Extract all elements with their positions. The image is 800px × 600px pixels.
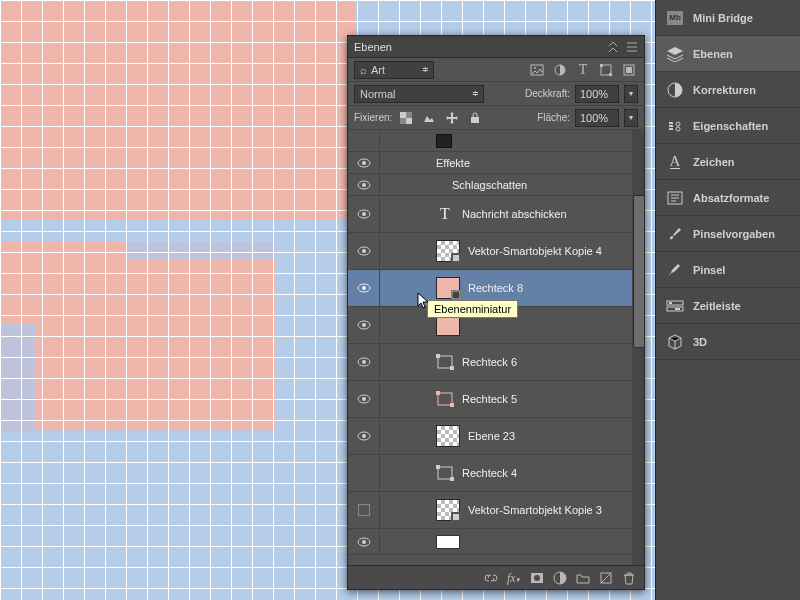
layer-fx-title[interactable]: Effekte — [348, 152, 644, 174]
visibility-icon[interactable] — [357, 357, 371, 367]
layer-row[interactable]: Vektor-Smartobjekt Kopie 4 — [348, 233, 644, 270]
svg-rect-9 — [400, 112, 406, 118]
blend-mode-select[interactable]: Normal≑ — [354, 85, 484, 103]
layer-row[interactable]: Rechteck 4 — [348, 455, 644, 492]
svg-rect-57 — [669, 302, 672, 304]
visibility-icon[interactable] — [357, 246, 371, 256]
new-layer-icon[interactable] — [599, 571, 613, 585]
visibility-icon[interactable] — [357, 537, 371, 547]
svg-rect-41 — [436, 465, 440, 469]
svg-point-15 — [362, 183, 366, 187]
lock-label: Fixieren: — [354, 112, 392, 123]
cursor-icon — [417, 292, 431, 310]
adjustments-icon — [666, 81, 684, 99]
layer-row[interactable]: Ebene 23 — [348, 418, 644, 455]
link-icon[interactable] — [484, 571, 498, 585]
layer-thumb — [436, 277, 460, 299]
svg-point-46 — [362, 540, 366, 544]
scrollbar-thumb[interactable] — [633, 195, 644, 347]
layer-row-selected[interactable]: Rechteck 8 Ebenenminiatur — [348, 270, 644, 307]
adjustment-icon[interactable] — [553, 571, 567, 585]
sidebar-item-character[interactable]: A Zeichen — [656, 144, 800, 180]
filter-type-text-icon[interactable]: T — [574, 61, 592, 79]
visibility-icon[interactable] — [357, 158, 371, 168]
visibility-icon[interactable] — [357, 394, 371, 404]
visibility-icon[interactable] — [357, 209, 371, 219]
sidebar-item-minibridge[interactable]: Mb Mini Bridge — [656, 0, 800, 36]
trash-icon[interactable] — [622, 571, 636, 585]
svg-rect-44 — [453, 514, 459, 520]
svg-point-52 — [676, 122, 680, 126]
svg-rect-32 — [450, 366, 454, 370]
lock-all-icon[interactable] — [466, 111, 484, 125]
svg-point-29 — [362, 360, 366, 364]
layer-thumb — [436, 240, 460, 262]
layer-row[interactable]: T Nachricht abschicken — [348, 196, 644, 233]
panel-titlebar[interactable]: Ebenen — [348, 36, 644, 58]
shape-layer-icon — [436, 390, 454, 408]
filter-smart-icon[interactable] — [620, 61, 638, 79]
layer-row[interactable]: Rechteck 6 — [348, 344, 644, 381]
panel-collapse-icon[interactable] — [608, 41, 620, 53]
svg-rect-30 — [438, 356, 452, 368]
filter-type-select[interactable]: ⌕Art≑ — [354, 61, 434, 79]
sidebar-item-properties[interactable]: Eigenschaften — [656, 108, 800, 144]
smartobject-badge-icon — [451, 253, 461, 263]
layer-row[interactable]: Rechteck 5 — [348, 381, 644, 418]
svg-point-34 — [362, 397, 366, 401]
visibility-icon[interactable] — [357, 320, 371, 330]
timeline-icon — [666, 297, 684, 315]
brush-icon — [666, 261, 684, 279]
sidebar-item-brush-presets[interactable]: Pinselvorgaben — [656, 216, 800, 252]
panel-menu-icon[interactable] — [626, 41, 638, 53]
svg-rect-37 — [450, 403, 454, 407]
character-icon: A — [666, 153, 684, 171]
svg-point-1 — [534, 67, 536, 69]
sidebar-item-brush[interactable]: Pinsel — [656, 252, 800, 288]
sidebar-item-adjustments[interactable]: Korrekturen — [656, 72, 800, 108]
visibility-icon[interactable] — [357, 431, 371, 441]
layer-row-partial[interactable] — [348, 130, 644, 152]
sidebar-item-3d[interactable]: 3D — [656, 324, 800, 360]
opacity-input[interactable]: 100% — [575, 85, 619, 103]
layer-row[interactable] — [348, 529, 644, 555]
type-layer-icon: T — [436, 205, 454, 223]
lock-position-icon[interactable] — [443, 111, 461, 125]
shape-layer-icon — [436, 353, 454, 371]
svg-rect-5 — [609, 73, 612, 76]
visibility-off-icon[interactable] — [358, 504, 370, 516]
filter-shape-icon[interactable] — [597, 61, 615, 79]
group-icon[interactable] — [576, 571, 590, 585]
layers-icon — [666, 45, 684, 63]
fill-dropdown[interactable]: ▾ — [624, 109, 638, 127]
shape-layer-icon — [436, 464, 454, 482]
svg-point-17 — [362, 212, 366, 216]
opacity-dropdown[interactable]: ▾ — [624, 85, 638, 103]
filter-pixel-icon[interactable] — [528, 61, 546, 79]
brush-presets-icon — [666, 225, 684, 243]
layer-row[interactable]: Vektor-Smartobjekt Kopie 3 — [348, 492, 644, 529]
filter-adjust-icon[interactable] — [551, 61, 569, 79]
svg-point-48 — [534, 575, 540, 581]
svg-point-19 — [362, 249, 366, 253]
svg-point-27 — [362, 323, 366, 327]
lock-pixels-icon[interactable] — [420, 111, 438, 125]
layer-thumb — [436, 499, 460, 521]
visibility-icon[interactable] — [357, 180, 371, 190]
fx-icon[interactable]: fx▾ — [507, 571, 521, 585]
layer-list: Effekte Schlagschatten T Nachricht absch… — [348, 130, 644, 565]
layer-fx-item[interactable]: Schlagschatten — [348, 174, 644, 196]
layers-scrollbar[interactable] — [632, 130, 644, 565]
sidebar-item-layers[interactable]: Ebenen — [656, 36, 800, 72]
svg-point-53 — [676, 127, 680, 131]
mask-icon[interactable] — [530, 571, 544, 585]
svg-rect-11 — [471, 117, 479, 123]
sidebar-item-timeline[interactable]: Zeitleiste — [656, 288, 800, 324]
visibility-icon[interactable] — [357, 283, 371, 293]
layers-panel: Ebenen ⌕Art≑ T Normal≑ Deckkraft: 100% ▾… — [347, 35, 645, 590]
sidebar-item-paragraph-styles[interactable]: Absatzformate — [656, 180, 800, 216]
right-sidebar: Mb Mini Bridge Ebenen Korrekturen Eigens… — [655, 0, 800, 600]
lock-transparency-icon[interactable] — [397, 111, 415, 125]
fill-input[interactable]: 100% — [575, 109, 619, 127]
svg-point-13 — [362, 161, 366, 165]
